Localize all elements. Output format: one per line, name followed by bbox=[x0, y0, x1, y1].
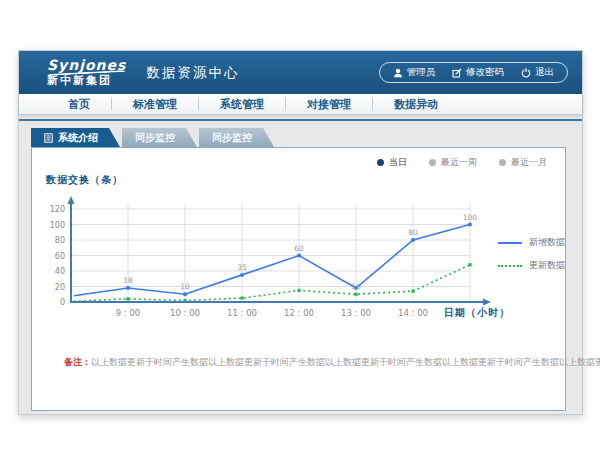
radio-last-month[interactable]: 最近一月 bbox=[499, 156, 547, 169]
power-icon bbox=[521, 68, 531, 78]
line-chart: 0204060801001209 : 0010 : 0011 : 0012 : … bbox=[46, 194, 582, 334]
legend-updated-data[interactable]: 更新数据 bbox=[498, 259, 565, 272]
change-password-button[interactable]: 修改密码 bbox=[452, 66, 504, 79]
footnote-label: 备注： bbox=[64, 357, 91, 367]
data-point bbox=[183, 292, 187, 296]
legend-label: 新增数据 bbox=[529, 236, 565, 249]
tab-label: 同步监控 bbox=[212, 131, 252, 145]
company-logo: Synjones 新中新集团 bbox=[47, 58, 126, 86]
current-user-label: 管理员 bbox=[407, 66, 436, 79]
radio-unselected-icon bbox=[429, 159, 436, 166]
x-tick-label: 14 : 00 bbox=[398, 308, 428, 318]
time-range-options: 当日 最近一周 最近一月 bbox=[377, 156, 547, 169]
footnote: 备注：以上数据更新于时间产生数据以上数据更新于时间产生数据以上数据更新于时间产生… bbox=[64, 356, 600, 369]
x-tick-label: 12 : 00 bbox=[284, 308, 314, 318]
tab-label: 同步监控 bbox=[135, 131, 175, 145]
data-point-label: 100 bbox=[463, 213, 478, 222]
x-tick-label: 13 : 00 bbox=[341, 308, 371, 318]
logout-label: 退出 bbox=[535, 66, 554, 79]
data-point-label: 35 bbox=[237, 263, 247, 272]
data-point bbox=[411, 238, 415, 242]
nav-item-interface-mgmt[interactable]: 对接管理 bbox=[286, 97, 372, 112]
y-tick-label: 120 bbox=[50, 205, 65, 214]
radio-label: 当日 bbox=[389, 156, 407, 169]
tab-sync-monitor-2[interactable]: 同步监控 bbox=[199, 128, 274, 147]
data-point bbox=[126, 297, 129, 300]
data-point bbox=[354, 293, 357, 296]
y-tick-label: 100 bbox=[50, 221, 65, 230]
tab-sync-monitor-1[interactable]: 同步监控 bbox=[122, 128, 197, 147]
tab-label: 系统介绍 bbox=[58, 131, 98, 145]
edit-icon bbox=[452, 68, 462, 78]
change-password-label: 修改密码 bbox=[466, 66, 504, 79]
user-icon bbox=[393, 68, 403, 78]
y-tick-label: 80 bbox=[55, 236, 65, 245]
tab-system-intro[interactable]: 系统介绍 bbox=[31, 128, 120, 147]
main-nav: 首页 标准管理 系统管理 对接管理 数据异动 bbox=[19, 94, 582, 114]
x-axis-arrow bbox=[483, 299, 491, 306]
radio-label: 最近一周 bbox=[441, 156, 477, 169]
app-header: Synjones 新中新集团 数据资源中心 管理员 修改密码 bbox=[19, 51, 582, 94]
document-icon bbox=[44, 133, 53, 143]
y-tick-label: 0 bbox=[60, 298, 65, 307]
y-axis-title: 数据交换（条） bbox=[46, 173, 123, 187]
x-tick-label: 10 : 00 bbox=[170, 308, 200, 318]
logo-subtext: 新中新集团 bbox=[47, 75, 126, 87]
legend-line-solid-icon bbox=[498, 242, 522, 244]
y-axis-arrow bbox=[68, 196, 75, 204]
data-point-label: 80 bbox=[408, 228, 418, 237]
nav-item-home[interactable]: 首页 bbox=[47, 97, 111, 112]
data-point bbox=[240, 273, 244, 277]
radio-selected-icon bbox=[377, 159, 384, 166]
x-axis-title: 日期（小时） bbox=[444, 306, 510, 320]
current-user-button[interactable]: 管理员 bbox=[393, 66, 436, 79]
data-point-label: 10 bbox=[180, 282, 190, 291]
data-point bbox=[297, 254, 301, 258]
data-point bbox=[297, 289, 300, 292]
nav-item-data-change[interactable]: 数据异动 bbox=[373, 97, 459, 112]
data-point-label: 60 bbox=[294, 244, 304, 253]
data-point bbox=[183, 299, 186, 302]
radio-last-week[interactable]: 最近一周 bbox=[429, 156, 477, 169]
app-window: Synjones 新中新集团 数据资源中心 管理员 修改密码 bbox=[18, 50, 583, 415]
data-point bbox=[126, 286, 130, 290]
nav-item-standard-mgmt[interactable]: 标准管理 bbox=[112, 97, 198, 112]
legend-line-dotted-icon bbox=[498, 265, 522, 267]
chart-legend: 新增数据 更新数据 bbox=[498, 236, 565, 272]
legend-new-data[interactable]: 新增数据 bbox=[498, 236, 565, 249]
tab-bar: 系统介绍 同步监控 同步监控 bbox=[31, 128, 582, 147]
logout-button[interactable]: 退出 bbox=[521, 66, 554, 79]
y-tick-label: 60 bbox=[55, 252, 65, 261]
radio-label: 最近一月 bbox=[511, 156, 547, 169]
legend-label: 更新数据 bbox=[529, 259, 565, 272]
y-tick-label: 40 bbox=[55, 267, 65, 276]
user-toolbar: 管理员 修改密码 退出 bbox=[379, 62, 569, 83]
data-point bbox=[468, 223, 472, 227]
data-point bbox=[411, 290, 414, 293]
series-line-1 bbox=[74, 265, 470, 301]
content-area: 系统介绍 同步监控 同步监控 当日 最近一周 bbox=[19, 121, 582, 411]
chart-panel: 当日 最近一周 最近一月 数据交换（条） 0204060801001209 : … bbox=[31, 147, 566, 411]
y-tick-label: 20 bbox=[55, 283, 65, 292]
nav-item-system-mgmt[interactable]: 系统管理 bbox=[199, 97, 285, 112]
radio-unselected-icon bbox=[499, 159, 506, 166]
radio-today[interactable]: 当日 bbox=[377, 156, 407, 169]
data-point bbox=[468, 263, 471, 266]
data-point bbox=[240, 297, 243, 300]
x-tick-label: 9 : 00 bbox=[116, 308, 141, 318]
page-title: 数据资源中心 bbox=[146, 64, 239, 82]
footnote-text: 以上数据更新于时间产生数据以上数据更新于时间产生数据以上数据更新于时间产生数据以… bbox=[91, 357, 600, 367]
x-tick-label: 11 : 00 bbox=[227, 308, 257, 318]
data-point-label: 18 bbox=[123, 276, 133, 285]
data-point-label: 10 bbox=[351, 282, 361, 291]
